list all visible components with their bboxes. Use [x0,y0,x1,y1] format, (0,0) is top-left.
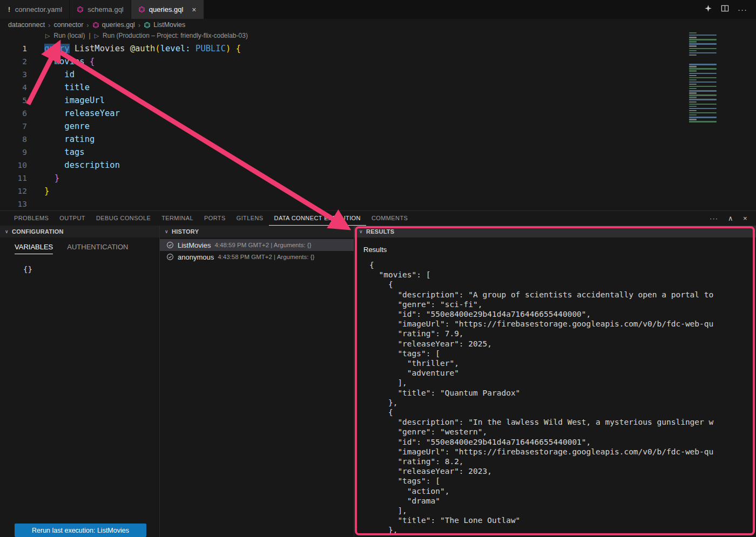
minimap-line [689,50,697,51]
tab-queries.gql[interactable]: queries.gql× [131,0,204,19]
code-line[interactable]: 1query ListMovies @auth(level: PUBLIC) { [0,42,688,55]
minimap-line [689,86,717,87]
code-text: releaseYear [32,107,120,120]
tab-label: connector.yaml [15,5,62,13]
breadcrumb-item-connector[interactable]: connector [53,21,83,29]
yaml-warning-icon: ! [7,5,11,13]
minimap-line [689,90,717,91]
history-item-anonymous[interactable]: anonymous4:43:58 PM GMT+2 | Arguments: {… [160,251,354,263]
minimap-line [689,37,697,38]
panel-tab-ports[interactable]: PORTS [199,211,231,226]
panel-body: ∨ CONFIGURATION VARIABLESAUTHENTICATION … [0,226,756,537]
tab-connector.yaml[interactable]: !connector.yaml [0,0,70,19]
breadcrumb-item-queries.gql[interactable]: queries.gql [92,21,135,29]
configuration-title: CONFIGURATION [12,228,64,235]
breadcrumb-separator-icon: › [86,21,89,29]
tab-schema.gql[interactable]: schema.gql [70,0,131,19]
code-line[interactable]: 3 id [0,68,688,81]
configuration-section: ∨ CONFIGURATION VARIABLESAUTHENTICATION … [0,226,160,537]
panel-tab-terminal[interactable]: TERMINAL [156,211,199,226]
code-line[interactable]: 6 releaseYear [0,107,688,120]
line-number: 10 [0,159,32,172]
panel-maximize-icon[interactable]: ∧ [728,214,733,222]
line-number: 3 [0,68,32,81]
code-text: imageUrl [32,94,105,107]
code-line[interactable]: 9 tags [0,146,688,159]
minimap-line [689,60,748,63]
code-text: description [32,159,120,172]
panel-more-icon[interactable]: ··· [710,214,718,222]
panel-tab-comments[interactable]: COMMENTS [366,211,413,226]
line-number: 7 [0,120,32,133]
code-line[interactable]: 10 description [0,159,688,172]
code-line[interactable]: 7 genre [0,120,688,133]
panel-tab-output[interactable]: OUTPUT [54,211,91,226]
history-item-ListMovies[interactable]: ListMovies4:48:59 PM GMT+2 | Arguments: … [160,239,354,251]
code-text: title [32,81,90,94]
configuration-header[interactable]: ∨ CONFIGURATION [0,226,159,237]
history-section: ∨ HISTORY ListMovies4:48:59 PM GMT+2 | A… [160,226,354,537]
code-line[interactable]: 2 movies { [0,55,688,68]
panel-tab-debug-console[interactable]: DEBUG CONSOLE [91,211,156,226]
code-line[interactable]: 5 imageUrl [0,94,688,107]
code-line[interactable]: 13 [0,198,688,210]
line-number: 9 [0,146,32,159]
graphql-icon [77,6,84,13]
minimap-line [689,48,717,49]
breadcrumb-item-dataconnect[interactable]: dataconnect [8,21,45,29]
config-tab-authentication[interactable]: AUTHENTICATION [67,243,128,254]
breadcrumb-item-ListMovies[interactable]: ListMovies [144,21,185,29]
minimap-line [689,35,717,36]
play-icon: ▷ [94,32,99,39]
variables-value[interactable]: {} [0,254,159,274]
run-production-link[interactable]: Run (Production – Project: friendly-flix… [103,32,248,39]
minimap-line [689,52,717,53]
run-local-link[interactable]: Run (local) [53,32,85,39]
panel-tab-problems[interactable]: PROBLEMS [9,211,54,226]
close-icon[interactable]: × [192,5,196,14]
editor[interactable]: ▷ Run (local) | ▷ Run (Production – Proj… [0,31,756,210]
config-tab-variables[interactable]: VARIABLES [15,243,53,254]
panel-close-icon[interactable]: × [743,214,747,222]
minimap-line [689,119,697,120]
bottom-panel: PROBLEMSOUTPUTDEBUG CONSOLETERMINALPORTS… [0,210,756,537]
code-line[interactable]: 4 title [0,81,688,94]
check-circle-icon [166,253,174,261]
history-header[interactable]: ∨ HISTORY [160,226,354,237]
code-text: movies { [32,55,94,68]
minimap-line [689,121,717,122]
results-header[interactable]: ∨ RESULTS [354,226,756,237]
chevron-down-icon: ∨ [165,229,168,234]
code-area[interactable]: 1query ListMovies @auth(level: PUBLIC) {… [0,42,688,210]
history-item-meta: 4:43:58 PM GMT+2 | Arguments: {} [218,254,314,260]
check-circle-icon [166,241,174,249]
copilot-sparkle-icon[interactable] [704,4,712,15]
minimap-line [689,92,697,93]
minimap-line [689,77,717,78]
code-line[interactable]: 8 rating [0,133,688,146]
minimap-line [689,79,697,80]
minimap-line [689,66,697,67]
split-editor-icon[interactable] [721,4,729,15]
results-json[interactable]: { "movies": [ { "description": "A group … [369,260,756,533]
minimap[interactable] [689,32,748,123]
more-actions-icon[interactable]: ··· [738,5,747,14]
operation-icon [144,22,151,29]
code-line[interactable]: 12} [0,185,688,198]
line-number: 12 [0,185,32,198]
minimap-line [689,57,748,59]
results-section: ∨ RESULTS Results { "movies": [ { "descr… [354,226,756,537]
chevron-down-icon: ∨ [5,229,9,234]
graphql-icon [138,6,145,13]
graphql-icon [92,22,99,29]
line-number: 1 [0,42,32,55]
minimap-line [689,97,697,98]
code-line[interactable]: 11 } [0,172,688,185]
breadcrumb-separator-icon: › [138,21,140,29]
panel-tab-gitlens[interactable]: GITLENS [231,211,269,226]
minimap-line [689,55,697,56]
rerun-button[interactable]: Rerun last execution: ListMovies [15,524,146,537]
panel-tab-data-connect-execution[interactable]: DATA CONNECT EXECUTION [269,211,366,226]
breadcrumb: dataconnect›connector›queries.gql›ListMo… [0,19,756,31]
minimap-line [689,101,697,103]
